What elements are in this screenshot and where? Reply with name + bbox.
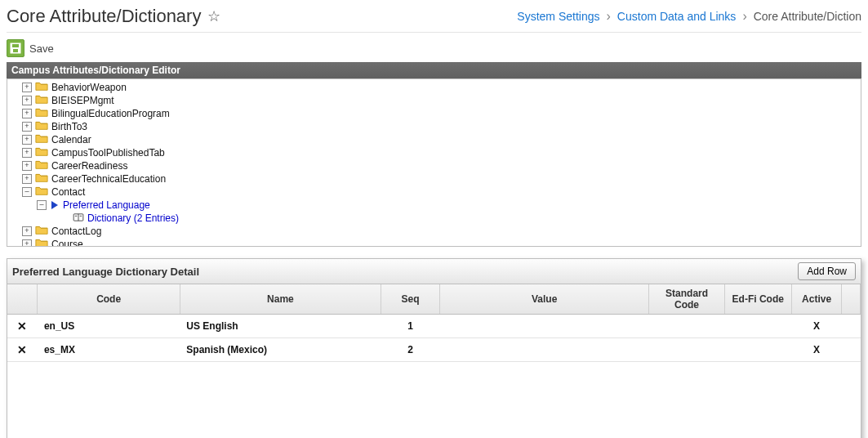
- breadcrumb: System Settings Custom Data and Links Co…: [517, 9, 861, 24]
- tree-item-calendar[interactable]: +Calendar: [11, 133, 857, 146]
- favorite-star-icon[interactable]: ☆: [207, 7, 220, 25]
- expand-toggle-icon[interactable]: +: [22, 226, 32, 236]
- tree-item-birthto3[interactable]: +BirthTo3: [11, 120, 857, 133]
- expand-toggle-icon[interactable]: +: [22, 174, 32, 184]
- detail-panel: Preferred Language Dictionary Detail Add…: [7, 258, 861, 438]
- top-bar: Core Attribute/Dictionary ☆ System Setti…: [7, 5, 861, 33]
- col-header-seq[interactable]: Seq: [381, 284, 440, 315]
- tree-item-preferred-language[interactable]: –Preferred Language: [11, 199, 857, 212]
- tree-item-label: BIEISEPMgmt: [51, 94, 114, 107]
- toolbar: Save: [7, 33, 861, 62]
- expand-toggle-icon[interactable]: +: [22, 83, 32, 92]
- col-header-edfi-code[interactable]: Ed-Fi Code: [724, 284, 791, 315]
- table-row[interactable]: ✕en_USUS English1X: [7, 315, 861, 338]
- page-title: Core Attribute/Dictionary: [7, 6, 201, 27]
- col-header-value[interactable]: Value: [439, 284, 649, 315]
- cell-scroll-gutter: [842, 338, 861, 362]
- dictionary-book-icon: [73, 212, 87, 225]
- expand-toggle-icon[interactable]: +: [22, 148, 32, 158]
- expand-toggle-icon[interactable]: +: [22, 109, 32, 118]
- table-row[interactable]: ✕es_MXSpanish (Mexico)2X: [7, 338, 861, 362]
- tree-item-dictionary-2-entries-[interactable]: Dictionary (2 Entries): [11, 212, 857, 225]
- tree-item-course[interactable]: +Course: [11, 238, 857, 247]
- breadcrumb-current: Core Attribute/Diction: [754, 10, 861, 23]
- expand-toggle-icon[interactable]: +: [22, 96, 32, 105]
- editor-panel-header: Campus Attributes/Dictionary Editor: [7, 62, 861, 78]
- tree-item-label: BirthTo3: [51, 120, 87, 133]
- grid-empty-area: [7, 362, 861, 438]
- breadcrumb-link-system-settings[interactable]: System Settings: [517, 10, 599, 23]
- delete-row-icon[interactable]: ✕: [17, 320, 27, 333]
- dictionary-grid: Code Name Seq Value Standard Code Ed-Fi …: [7, 284, 861, 362]
- expand-spacer: [60, 213, 69, 223]
- tree-item-label: ContactLog: [51, 225, 101, 238]
- tree-item-label: BehaviorWeapon: [51, 81, 127, 94]
- col-header-name[interactable]: Name: [180, 284, 381, 315]
- folder-icon: [35, 237, 51, 247]
- expand-toggle-icon[interactable]: –: [22, 187, 32, 197]
- delete-row-icon[interactable]: ✕: [17, 343, 27, 356]
- attribute-arrow-icon: [51, 201, 58, 209]
- folder-icon: [35, 185, 51, 199]
- expand-toggle-icon[interactable]: +: [22, 239, 32, 247]
- tree-item-label: Calendar: [51, 133, 91, 146]
- col-header-scroll-gutter: [842, 284, 861, 315]
- expand-toggle-icon[interactable]: +: [22, 135, 32, 145]
- cell-name[interactable]: Spanish (Mexico): [180, 338, 381, 362]
- cell-edfi-code[interactable]: [724, 315, 791, 338]
- expand-toggle-icon[interactable]: +: [22, 161, 32, 171]
- save-button[interactable]: [7, 39, 24, 57]
- add-row-button[interactable]: Add Row: [798, 262, 856, 280]
- tree-item-careertechnicaleducation[interactable]: +CareerTechnicalEducation: [11, 172, 857, 185]
- cell-standard-code[interactable]: [649, 315, 724, 338]
- cell-code[interactable]: en_US: [38, 315, 180, 338]
- cell-code[interactable]: es_MX: [38, 338, 180, 362]
- page: Core Attribute/Dictionary ☆ System Setti…: [0, 0, 868, 438]
- chevron-right-icon: [605, 9, 612, 24]
- tree-item-careerreadiness[interactable]: +CareerReadiness: [11, 159, 857, 172]
- tree-item-label: CareerTechnicalEducation: [51, 172, 166, 185]
- save-label: Save: [29, 42, 54, 55]
- tree-item-label: CampusToolPublishedTab: [51, 146, 165, 159]
- cell-edfi-code[interactable]: [724, 338, 791, 362]
- tree-item-label: Contact: [51, 185, 85, 199]
- tree-item-bilingualeducationprogram[interactable]: +BilingualEducationProgram: [11, 107, 857, 120]
- tree-item-bieisepmgmt[interactable]: +BIEISEPMgmt: [11, 94, 857, 107]
- tree-item-label: Course: [51, 238, 83, 247]
- breadcrumb-link-custom-data[interactable]: Custom Data and Links: [617, 10, 737, 23]
- cell-active[interactable]: X: [791, 315, 842, 338]
- tree-item-contact[interactable]: –Contact: [11, 185, 857, 199]
- tree-panel[interactable]: +BehaviorWeapon+BIEISEPMgmt+BilingualEdu…: [7, 78, 861, 247]
- cell-seq[interactable]: 1: [381, 315, 440, 338]
- cell-active[interactable]: X: [791, 338, 842, 362]
- col-header-code[interactable]: Code: [38, 284, 180, 315]
- tree-item-label: Dictionary (2 Entries): [87, 212, 179, 225]
- tree-item-behaviorweapon[interactable]: +BehaviorWeapon: [11, 81, 857, 94]
- detail-title: Preferred Language Dictionary Detail: [12, 266, 199, 278]
- chevron-right-icon: [741, 9, 748, 24]
- cell-value[interactable]: [439, 338, 649, 362]
- detail-header: Preferred Language Dictionary Detail Add…: [7, 259, 861, 284]
- tree-item-label: Preferred Language: [63, 199, 150, 212]
- expand-toggle-icon[interactable]: +: [22, 122, 32, 132]
- tree-root: +BehaviorWeapon+BIEISEPMgmt+BilingualEdu…: [7, 79, 861, 247]
- svg-rect-1: [12, 44, 19, 47]
- cell-value[interactable]: [439, 315, 649, 338]
- cell-name[interactable]: US English: [180, 315, 381, 338]
- expand-toggle-icon[interactable]: –: [37, 200, 47, 210]
- col-header-delete: [7, 284, 38, 315]
- svg-rect-2: [13, 49, 18, 52]
- col-header-active[interactable]: Active: [791, 284, 842, 315]
- cell-scroll-gutter: [842, 315, 861, 338]
- floppy-disk-icon: [10, 42, 21, 54]
- cell-standard-code[interactable]: [649, 338, 724, 362]
- tree-item-label: BilingualEducationProgram: [51, 107, 170, 120]
- col-header-standard-code[interactable]: Standard Code: [649, 284, 724, 315]
- tree-item-contactlog[interactable]: +ContactLog: [11, 225, 857, 238]
- tree-item-campustoolpublishedtab[interactable]: +CampusToolPublishedTab: [11, 146, 857, 159]
- title-wrap: Core Attribute/Dictionary ☆: [7, 6, 220, 27]
- cell-seq[interactable]: 2: [381, 338, 440, 362]
- tree-item-label: CareerReadiness: [51, 159, 127, 172]
